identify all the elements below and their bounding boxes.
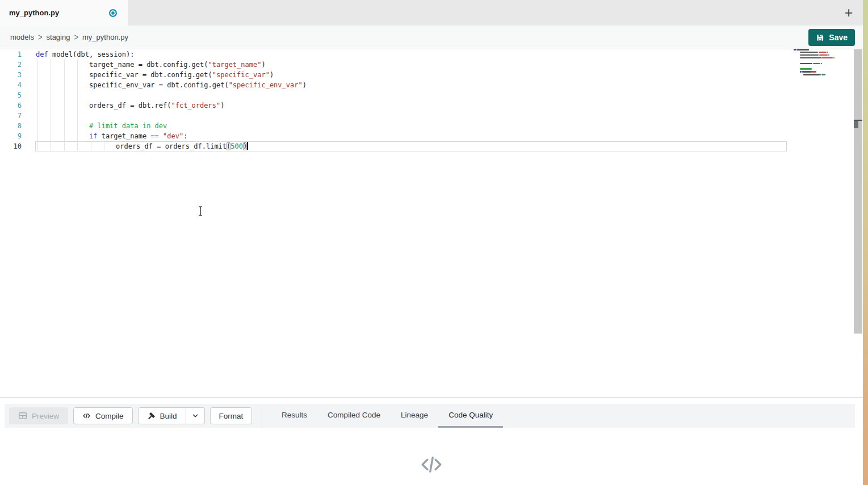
- line-number: 9: [0, 131, 22, 141]
- indent-guide: [64, 111, 65, 121]
- minimap-line-segment: [800, 54, 819, 56]
- minimap-line-segment: [821, 57, 833, 59]
- table-icon: [18, 411, 27, 420]
- toolbar-divider: [262, 404, 262, 428]
- action-toolbar: PreviewCompileBuildFormat ResultsCompile…: [5, 404, 855, 428]
- file-tab-label: my_python.py: [9, 9, 59, 17]
- editor-tab-bar: my_python.py +: [0, 0, 863, 26]
- indent-guide: [77, 111, 78, 121]
- bottom-panel: PreviewCompileBuildFormat ResultsCompile…: [0, 397, 863, 485]
- minimap-line-segment: [812, 71, 815, 73]
- tab-results[interactable]: Results: [271, 404, 317, 428]
- indent-guide: [51, 111, 51, 121]
- save-floppy-icon: [816, 33, 824, 42]
- indent-guide: [51, 131, 51, 141]
- format-button[interactable]: Format: [210, 407, 253, 424]
- chevron-right-icon: >: [38, 32, 43, 43]
- breadcrumb-item-my_python-py[interactable]: my_python.py: [82, 33, 128, 41]
- hammer-icon: [147, 412, 156, 420]
- indent-guide: [77, 90, 78, 100]
- editor-vertical-scrollbar[interactable]: [854, 49, 862, 397]
- code-placeholder-icon: [418, 452, 445, 478]
- save-button[interactable]: Save: [808, 29, 855, 46]
- code-line-5[interactable]: 5: [0, 90, 863, 100]
- text-caret: [247, 142, 248, 150]
- chevron-right-icon: >: [74, 32, 78, 43]
- indent-guide: [37, 80, 38, 90]
- result-tabs: ResultsCompiled CodeLineageCode Quality: [271, 404, 503, 428]
- build-button-group: Build: [138, 407, 205, 424]
- tab-compiled-code[interactable]: Compiled Code: [317, 404, 391, 428]
- scrollbar-thumb[interactable]: [854, 49, 862, 334]
- indent-guide: [37, 90, 38, 100]
- code-editor[interactable]: 1def model(dbt, session):2target_name = …: [0, 49, 863, 397]
- indent-guide: [77, 121, 78, 131]
- code-line-4[interactable]: 4specific_env_var = dbt.config.get("spec…: [0, 80, 863, 90]
- line-number: 2: [0, 60, 22, 70]
- indent-guide: [77, 100, 78, 111]
- indent-guide: [51, 141, 51, 151]
- file-tab-my-python[interactable]: my_python.py: [0, 0, 128, 26]
- build-button[interactable]: Build: [138, 407, 186, 424]
- code-line-3[interactable]: 3specific_var = dbt.config.get("specific…: [0, 70, 863, 80]
- code-line-9[interactable]: 9if target_name == "dev":: [0, 131, 863, 141]
- code-line-6[interactable]: 6orders_df = dbt.ref("fct_orders"): [0, 100, 863, 111]
- line-number: 5: [0, 90, 22, 100]
- breadcrumb-item-models[interactable]: models: [10, 33, 34, 41]
- code-line-10[interactable]: 10orders_df = orders_df.limit(500): [0, 141, 863, 151]
- code-line-8[interactable]: 8# limit data in dev: [0, 121, 863, 131]
- breadcrumb: models>staging>my_python.py: [10, 33, 128, 41]
- code-line-7[interactable]: 7: [0, 111, 863, 121]
- indent-guide: [37, 141, 38, 151]
- indent-guide: [51, 90, 51, 100]
- preview-button: Preview: [9, 407, 68, 424]
- minimap-line-segment: [824, 74, 825, 75]
- code-text: target_name = dbt.config.get("target_nam…: [89, 60, 266, 70]
- minimap-line-segment: [827, 52, 828, 53]
- minimap-line-segment: [819, 54, 828, 56]
- minimap-line-segment: [800, 57, 821, 59]
- editor-minimap[interactable]: [792, 49, 838, 78]
- code-text: specific_env_var = dbt.config.get("speci…: [89, 80, 307, 90]
- build-dropdown-button[interactable]: [186, 407, 205, 424]
- desktop-wallpaper-strip: [863, 0, 868, 485]
- indent-guide: [37, 60, 38, 70]
- breadcrumb-item-staging[interactable]: staging: [47, 33, 70, 41]
- minimap-line-segment: [796, 49, 809, 50]
- code-text: orders_df = dbt.ref("fct_orders"): [89, 100, 224, 111]
- indent-guide: [64, 60, 65, 70]
- code-line-2[interactable]: 2target_name = dbt.config.get("target_na…: [0, 60, 863, 70]
- indent-guide: [77, 141, 78, 151]
- preview-button-label: Preview: [32, 412, 59, 420]
- tab-lineage[interactable]: Lineage: [391, 404, 438, 428]
- minimap-line-segment: [802, 71, 812, 73]
- indent-guide: [64, 100, 65, 111]
- minimap-line-segment: [813, 63, 820, 65]
- new-tab-button[interactable]: +: [840, 4, 857, 21]
- code-icon: [82, 412, 91, 420]
- minimap-line-segment: [820, 74, 821, 75]
- compile-button[interactable]: Compile: [73, 407, 133, 424]
- code-line-1[interactable]: 1def model(dbt, session):: [0, 49, 863, 60]
- line-number: 4: [0, 80, 22, 90]
- indent-guide: [51, 80, 51, 90]
- action-buttons: PreviewCompileBuildFormat: [9, 407, 252, 424]
- code-text: if target_name == "dev":: [89, 131, 187, 141]
- unsaved-changes-dot-icon: [109, 9, 117, 17]
- line-number: 6: [0, 100, 22, 111]
- indent-guide: [37, 100, 38, 111]
- code-text: orders_df = orders_df.limit(500): [116, 141, 248, 151]
- indent-guide: [64, 141, 65, 151]
- overview-cursor-marker-block: [854, 121, 858, 128]
- tab-code-quality[interactable]: Code Quality: [438, 404, 503, 428]
- format-button-label: Format: [219, 412, 244, 420]
- chevron-down-icon: [191, 412, 199, 420]
- minimap-line-segment: [821, 63, 822, 65]
- indent-guide: [37, 131, 38, 141]
- file-header-bar: models>staging>my_python.py Save: [0, 26, 863, 49]
- indent-guide: [37, 111, 38, 121]
- indent-guide: [64, 80, 65, 90]
- code-quality-empty-state: [0, 452, 863, 480]
- indent-guide: [37, 121, 38, 131]
- minimap-line-segment: [800, 68, 812, 70]
